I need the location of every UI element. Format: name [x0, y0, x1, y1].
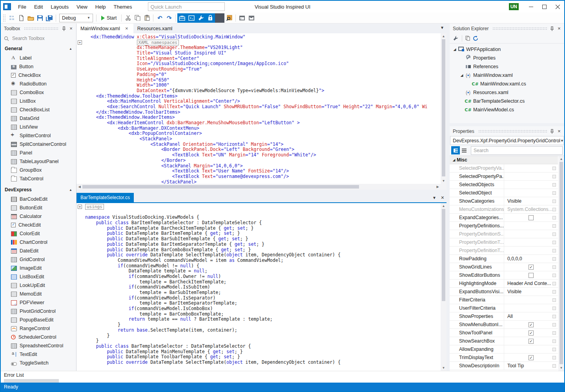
debug-config-dropdown[interactable]: Debug ▼ — [59, 14, 93, 22]
scroll-thumb[interactable] — [82, 185, 359, 189]
checkbox-checked-icon[interactable]: ✓ — [529, 330, 534, 336]
scroll-thumb[interactable] — [442, 209, 445, 301]
toolbox-toggle-icon[interactable] — [177, 13, 187, 23]
property-row[interactable]: UserFilterCriteria — [450, 304, 558, 312]
toolbox-item[interactable]: TableLayoutPanel — [1, 157, 76, 166]
property-value[interactable] — [504, 296, 552, 304]
menu-themes[interactable]: Themes — [110, 1, 136, 13]
toolbox-item[interactable]: Panel — [1, 149, 76, 157]
categorized-view-icon[interactable] — [451, 146, 460, 154]
property-row[interactable]: ExpandButtonsVisi...Visible — [450, 288, 558, 296]
float-window-icon[interactable] — [247, 13, 256, 23]
property-row[interactable]: SelectedObjects — [450, 181, 558, 189]
property-source-indicator[interactable] — [552, 339, 556, 343]
property-source-indicator[interactable] — [552, 257, 556, 261]
quick-launch-input[interactable] — [148, 2, 225, 11]
save-all-icon[interactable] — [45, 13, 54, 23]
csharp-editor[interactable]: usings namespace VisualStudioDocking.Vie… — [77, 203, 447, 371]
open-folder-icon[interactable] — [26, 13, 35, 23]
tab-mainwindow-xaml[interactable]: MainWindow.xaml× — [77, 24, 133, 33]
close-icon[interactable]: × — [556, 128, 563, 135]
toolbox-item[interactable]: CheckBoxList — [1, 105, 76, 114]
toolbox-item[interactable]: TextEdit — [1, 350, 76, 359]
property-source-indicator[interactable] — [552, 224, 556, 228]
copy-tool-icon[interactable] — [464, 35, 471, 42]
property-row[interactable]: SelectedObject — [450, 189, 558, 197]
toolbox-item[interactable]: SplitContainerControl — [1, 140, 76, 149]
scroll-down-icon[interactable]: ▼ — [441, 365, 447, 371]
xaml-horizontal-scrollbar[interactable]: ◀ ▶ — [77, 184, 441, 190]
property-value[interactable]: Visible — [504, 288, 552, 296]
property-source-indicator[interactable] — [552, 298, 556, 302]
toolbox-item[interactable]: ToggleSwitch — [1, 359, 76, 367]
toolbox-item[interactable]: BarCodeEdit — [1, 195, 76, 203]
property-value[interactable] — [504, 222, 552, 230]
toolbox-item[interactable]: ColorEdit — [1, 229, 76, 238]
checkbox-checked-icon[interactable]: ✓ — [529, 339, 534, 344]
undo-icon[interactable]: ↶ — [155, 13, 164, 23]
toolbox-item[interactable]: ImageEdit — [1, 264, 76, 272]
toolbox-section-header[interactable]: DevExpress▲ — [1, 185, 76, 195]
pin-icon[interactable] — [549, 25, 556, 32]
document-list-chevron-icon[interactable]: ▼ — [440, 25, 444, 30]
toolbox-item[interactable]: DateEdit — [1, 247, 76, 255]
property-value[interactable]: System.Collections... — [504, 205, 552, 213]
toolbox-item[interactable]: CheckEdit — [1, 221, 76, 229]
property-value[interactable]: ✓ — [504, 263, 552, 271]
tree-item-properties[interactable]: Properties — [450, 54, 564, 62]
scroll-thumb[interactable] — [560, 162, 563, 364]
fold-expand-icon[interactable] — [78, 40, 82, 45]
xaml-editor[interactable]: <dx:ThemedWindow x:Class="VisualStudioDo… — [77, 33, 447, 190]
scroll-up-icon[interactable]: ▲ — [558, 156, 564, 162]
property-row[interactable]: FilterCriteria — [450, 296, 558, 304]
menu-view[interactable]: View — [73, 1, 91, 13]
toolbox-item[interactable]: ListBox — [1, 97, 76, 105]
property-value[interactable]: 0,0,0,0 — [504, 255, 552, 263]
property-value[interactable]: Header And Conte... — [504, 279, 552, 287]
property-source-indicator[interactable] — [552, 216, 556, 220]
toolbox-item[interactable]: LookUpEdit — [1, 281, 76, 290]
property-source-indicator[interactable] — [552, 200, 556, 203]
checkbox-checked-icon[interactable]: ✓ — [529, 355, 534, 360]
toolbox-item[interactable]: MemoEdit — [1, 290, 76, 298]
property-source-indicator[interactable] — [552, 356, 556, 359]
properties-search-input[interactable]: Search — [471, 146, 563, 155]
minimize-button[interactable] — [524, 1, 538, 13]
property-row[interactable]: PropertyDefinitionT... — [450, 247, 558, 255]
property-source-indicator[interactable] — [552, 183, 556, 187]
error-list-handle[interactable] — [4, 379, 59, 383]
property-value[interactable]: ✓ — [504, 337, 552, 345]
menu-edit[interactable]: Edit — [30, 1, 47, 13]
toolbox-item[interactable]: GroupBox — [1, 166, 76, 174]
scroll-up-icon[interactable]: ▲ — [441, 203, 447, 209]
property-source-indicator[interactable] — [552, 249, 556, 252]
toolbox-item[interactable]: ListBoxEdit — [1, 272, 76, 281]
property-value[interactable] — [504, 247, 552, 254]
checkbox-unchecked-icon[interactable] — [529, 273, 534, 278]
property-source-indicator[interactable] — [552, 348, 556, 351]
scroll-up-icon[interactable]: ▲ — [441, 33, 447, 39]
copy-icon[interactable] — [133, 13, 142, 23]
selected-object-dropdown[interactable]: DevExpress.Xpf.PropertyGrid.PropertyGrid… — [450, 136, 564, 145]
property-row[interactable]: ShowDescriptionInTool Tip — [450, 362, 558, 370]
search-options-icon[interactable] — [224, 13, 234, 23]
toolbox-section-header[interactable]: General▲ — [1, 44, 76, 54]
property-source-indicator[interactable] — [552, 241, 556, 244]
error-list-label[interactable]: Error List — [4, 372, 24, 378]
refresh-icon[interactable] — [472, 35, 479, 42]
theme-panel-icon[interactable] — [215, 13, 224, 23]
properties-tool-icon[interactable] — [452, 35, 459, 42]
property-row[interactable]: ShowMenuButtonI...✓ — [450, 321, 558, 329]
toolbox-item[interactable]: PivotGridControl — [1, 307, 76, 316]
close-icon[interactable]: × — [441, 194, 444, 201]
toolbox-item[interactable]: Label — [1, 54, 76, 62]
close-icon[interactable]: × — [124, 25, 129, 31]
csharp-vertical-scrollbar[interactable]: ▲ ▼ — [441, 203, 447, 371]
paste-icon[interactable] — [142, 13, 151, 23]
toolbox-item[interactable]: SpreadsheetControl — [1, 341, 76, 350]
property-source-indicator[interactable] — [552, 265, 556, 269]
property-row[interactable]: PropertyDefinitionT... — [450, 238, 558, 247]
property-row[interactable]: ShowEditorButtons — [450, 271, 558, 279]
close-icon[interactable]: × — [67, 25, 75, 32]
toolbox-item[interactable]: RangeControl — [1, 324, 76, 333]
